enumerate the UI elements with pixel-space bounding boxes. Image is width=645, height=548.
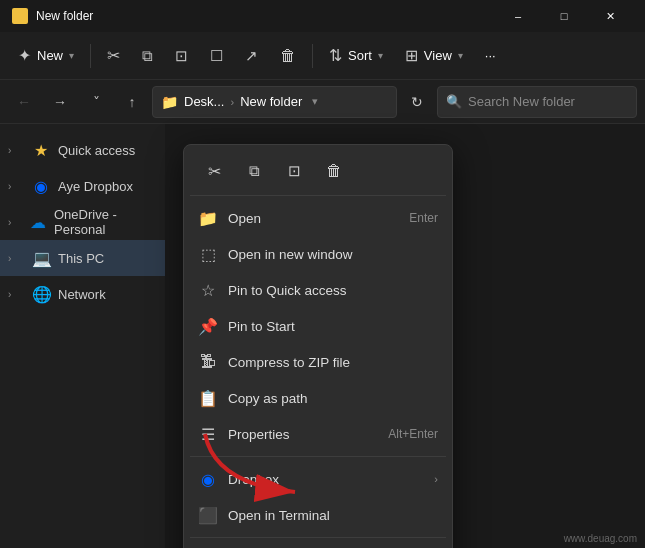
context-open[interactable]: 📁 Open Enter xyxy=(190,200,446,236)
open-icon: 📁 xyxy=(198,208,218,228)
view-icon: ⊞ xyxy=(405,46,418,65)
onedrive-icon: ☁ xyxy=(30,213,46,232)
main-content: › ★ Quick access › ◉ Aye Dropbox › ☁ One… xyxy=(0,124,645,548)
pin-quick-access-icon: ☆ xyxy=(198,280,218,300)
arrow-annotation xyxy=(195,424,335,508)
sort-button[interactable]: ⇅ Sort ▾ xyxy=(319,38,393,74)
quick-access-label: Quick access xyxy=(58,143,135,158)
context-pin-quick-access[interactable]: ☆ Pin to Quick access xyxy=(190,272,446,308)
open-terminal-icon: ⬛ xyxy=(198,505,218,525)
watermark: www.deuag.com xyxy=(564,533,637,544)
path-folder-icon: 📁 xyxy=(161,94,178,110)
address-path[interactable]: 📁 Desk... › New folder ▾ xyxy=(152,86,397,118)
share-icon: ↗ xyxy=(245,47,258,65)
quick-access-icon: ★ xyxy=(32,141,50,160)
sidebar-item-network[interactable]: › 🌐 Network xyxy=(0,276,165,312)
quick-access-chevron: › xyxy=(8,145,24,156)
pin-start-icon: 📌 xyxy=(198,316,218,336)
onedrive-chevron: › xyxy=(8,217,22,228)
context-open-new-window[interactable]: ⬚ Open in new window xyxy=(190,236,446,272)
pin-quick-access-label: Pin to Quick access xyxy=(228,283,438,298)
cut-icon: ✂ xyxy=(107,46,120,65)
sort-dropdown-icon: ▾ xyxy=(378,50,383,61)
onedrive-label: OneDrive - Personal xyxy=(54,207,157,237)
network-icon: 🌐 xyxy=(32,285,50,304)
open-label: Open xyxy=(228,211,399,226)
dropbox-arrow-icon: › xyxy=(434,473,438,485)
back-button[interactable]: ← xyxy=(8,86,40,118)
title-bar-icon xyxy=(12,8,28,24)
sort-label: Sort xyxy=(348,48,372,63)
context-compress-zip[interactable]: 🗜 Compress to ZIP file xyxy=(190,344,446,380)
file-area[interactable]: ✂ ⧉ ⊡ 🗑 📁 Open Enter ⬚ Open in new windo… xyxy=(165,124,645,548)
open-shortcut: Enter xyxy=(409,211,438,225)
delete-button[interactable]: 🗑 xyxy=(270,38,306,74)
copy-as-path-icon: 📋 xyxy=(198,388,218,408)
sidebar-item-onedrive[interactable]: › ☁ OneDrive - Personal xyxy=(0,204,165,240)
network-chevron: › xyxy=(8,289,24,300)
rename-icon: ☐ xyxy=(210,47,223,65)
context-copy-as-path[interactable]: 📋 Copy as path xyxy=(190,380,446,416)
view-label: View xyxy=(424,48,452,63)
dropbox-chevron: › xyxy=(8,181,24,192)
open-new-window-label: Open in new window xyxy=(228,247,438,262)
sidebar: › ★ Quick access › ◉ Aye Dropbox › ☁ One… xyxy=(0,124,165,548)
up-button[interactable]: ↑ xyxy=(116,86,148,118)
minimize-button[interactable]: – xyxy=(495,0,541,32)
compress-zip-label: Compress to ZIP file xyxy=(228,355,438,370)
search-icon: 🔍 xyxy=(446,94,462,109)
rename-button[interactable]: ☐ xyxy=(200,38,233,74)
compress-zip-icon: 🗜 xyxy=(198,352,218,372)
forward-button[interactable]: → xyxy=(44,86,76,118)
delete-icon: 🗑 xyxy=(280,47,296,65)
pin-start-label: Pin to Start xyxy=(228,319,438,334)
thispc-chevron: › xyxy=(8,253,24,264)
open-new-window-icon: ⬚ xyxy=(198,244,218,264)
context-separator-2 xyxy=(190,537,446,538)
thispc-label: This PC xyxy=(58,251,104,266)
dropbox-label: Aye Dropbox xyxy=(58,179,133,194)
context-paste-button[interactable]: ⊡ xyxy=(276,155,312,187)
context-pin-start[interactable]: 📌 Pin to Start xyxy=(190,308,446,344)
refresh-button[interactable]: ↻ xyxy=(401,86,433,118)
context-delete-button[interactable]: 🗑 xyxy=(316,155,352,187)
copy-as-path-label: Copy as path xyxy=(228,391,438,406)
properties-shortcut: Alt+Enter xyxy=(388,427,438,441)
path-current: New folder xyxy=(240,94,302,109)
context-show-more-options[interactable]: ⊞ Show more options Shift+F10 xyxy=(190,542,446,548)
copy-button[interactable]: ⧉ xyxy=(132,38,163,74)
context-cut-button[interactable]: ✂ xyxy=(196,155,232,187)
share-button[interactable]: ↗ xyxy=(235,38,268,74)
down-button[interactable]: ˅ xyxy=(80,86,112,118)
paste-button[interactable]: ⊡ xyxy=(165,38,198,74)
address-bar: ← → ˅ ↑ 📁 Desk... › New folder ▾ ↻ 🔍 Sea… xyxy=(0,80,645,124)
toolbar: ✦ New ▾ ✂ ⧉ ⊡ ☐ ↗ 🗑 ⇅ Sort ▾ ⊞ View ▾ ··… xyxy=(0,32,645,80)
new-dropdown-icon: ▾ xyxy=(69,50,74,61)
title-bar-controls: – □ ✕ xyxy=(495,0,633,32)
maximize-button[interactable]: □ xyxy=(541,0,587,32)
open-terminal-label: Open in Terminal xyxy=(228,508,438,523)
title-bar-title: New folder xyxy=(36,9,487,23)
path-arrow: › xyxy=(230,96,234,108)
context-icon-row: ✂ ⧉ ⊡ 🗑 xyxy=(190,151,446,196)
network-label: Network xyxy=(58,287,106,302)
close-button[interactable]: ✕ xyxy=(587,0,633,32)
view-button[interactable]: ⊞ View ▾ xyxy=(395,38,473,74)
more-icon: ··· xyxy=(485,48,496,63)
new-label: New xyxy=(37,48,63,63)
copy-icon: ⧉ xyxy=(142,47,153,65)
sidebar-item-dropbox[interactable]: › ◉ Aye Dropbox xyxy=(0,168,165,204)
new-button[interactable]: ✦ New ▾ xyxy=(8,38,84,74)
toolbar-divider-1 xyxy=(90,44,91,68)
sort-icon: ⇅ xyxy=(329,46,342,65)
new-icon: ✦ xyxy=(18,46,31,65)
thispc-icon: 💻 xyxy=(32,249,50,268)
more-button[interactable]: ··· xyxy=(475,38,506,74)
search-box[interactable]: 🔍 Search New folder xyxy=(437,86,637,118)
context-copy-button[interactable]: ⧉ xyxy=(236,155,272,187)
path-dropdown-icon: ▾ xyxy=(312,95,318,108)
sidebar-item-quick-access[interactable]: › ★ Quick access xyxy=(0,132,165,168)
cut-button[interactable]: ✂ xyxy=(97,38,130,74)
sidebar-item-thispc[interactable]: › 💻 This PC xyxy=(0,240,165,276)
toolbar-divider-2 xyxy=(312,44,313,68)
